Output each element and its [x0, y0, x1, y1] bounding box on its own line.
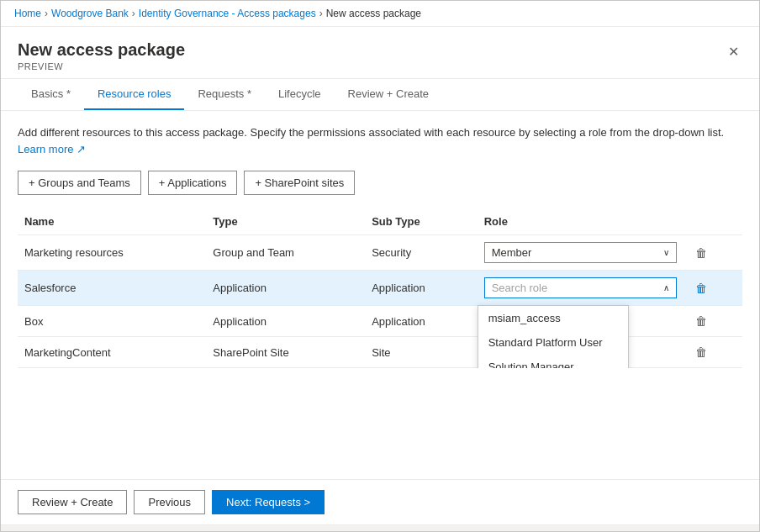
member-role-select[interactable]: Member ∨	[484, 242, 677, 263]
review-create-button[interactable]: Review + Create	[18, 490, 127, 514]
row-name: Salesforce	[18, 271, 206, 306]
main-window: Home › Woodgrove Bank › Identity Governa…	[0, 0, 760, 532]
close-button[interactable]: ✕	[725, 40, 742, 63]
row-subtype: Application	[365, 306, 478, 337]
row-type: Application	[206, 306, 365, 337]
search-role-input[interactable]: Search role ∧	[484, 277, 677, 298]
table-row: Marketing resources Group and Team Secur…	[18, 235, 742, 271]
breadcrumb-home[interactable]: Home	[14, 8, 41, 19]
description-text: Add different resources to this access p…	[18, 124, 742, 157]
delete-row-button[interactable]: 🗑	[690, 313, 712, 329]
breadcrumb-sep-1: ›	[45, 8, 48, 19]
row-type: Group and Team	[206, 235, 365, 271]
resource-roles-table: Name Type Sub Type Role Marketing resour…	[18, 208, 742, 368]
row-subtype: Site	[365, 337, 478, 368]
chevron-down-icon: ∨	[663, 248, 669, 257]
row-role: Search role ∧ msiam_access Standard Plat…	[478, 271, 683, 306]
row-delete: 🗑	[683, 235, 742, 271]
external-link-icon: ↗	[77, 143, 86, 155]
table-container: Name Type Sub Type Role Marketing resour…	[18, 208, 742, 368]
previous-button[interactable]: Previous	[134, 490, 205, 514]
action-buttons: + Groups and Teams + Applications + Shar…	[18, 171, 742, 195]
tab-lifecycle[interactable]: Lifecycle	[265, 79, 335, 110]
breadcrumb: Home › Woodgrove Bank › Identity Governa…	[1, 1, 759, 27]
row-name: Marketing resources	[18, 235, 206, 271]
delete-row-button[interactable]: 🗑	[690, 280, 712, 297]
learn-more-link[interactable]: Learn more ↗	[18, 143, 86, 155]
add-groups-teams-button[interactable]: + Groups and Teams	[18, 171, 141, 195]
horizontal-scrollbar[interactable]	[1, 524, 759, 531]
panel-header: New access package PREVIEW ✕	[1, 27, 759, 79]
content-area: Add different resources to this access p…	[1, 111, 759, 479]
col-name: Name	[18, 208, 206, 235]
delete-row-button[interactable]: 🗑	[690, 245, 712, 261]
breadcrumb-identity-gov[interactable]: Identity Governance - Access packages	[139, 8, 316, 19]
dropdown-item[interactable]: Standard Platform User	[478, 330, 628, 355]
col-actions	[683, 208, 742, 235]
row-subtype: Application	[365, 271, 478, 306]
tab-basics[interactable]: Basics *	[18, 79, 84, 110]
row-name: Box	[18, 306, 206, 337]
tab-resource-roles[interactable]: Resource roles	[84, 79, 184, 110]
col-type: Type	[206, 208, 365, 235]
breadcrumb-sep-3: ›	[319, 8, 323, 19]
row-type: SharePoint Site	[206, 337, 365, 368]
panel-subtitle: PREVIEW	[18, 61, 185, 71]
col-role: Role	[478, 208, 683, 235]
panel-title-group: New access package PREVIEW	[18, 40, 185, 71]
add-sharepoint-sites-button[interactable]: + SharePoint sites	[244, 171, 355, 195]
panel-title: New access package	[18, 40, 185, 60]
row-role: Member ∨	[478, 235, 683, 271]
row-type: Application	[206, 271, 365, 306]
delete-row-button[interactable]: 🗑	[690, 344, 712, 361]
breadcrumb-current: New access package	[326, 8, 421, 19]
row-delete: 🗑	[683, 337, 742, 368]
table-row: MarketingContent SharePoint Site Site 🗑	[18, 337, 742, 368]
table-header-row: Name Type Sub Type Role	[18, 208, 742, 235]
role-dropdown-menu: msiam_access Standard Platform User Solu…	[478, 305, 629, 368]
breadcrumb-sep-2: ›	[132, 8, 135, 19]
tab-review-create[interactable]: Review + Create	[335, 79, 442, 110]
row-delete: 🗑	[683, 271, 742, 306]
chevron-up-icon: ∧	[663, 283, 669, 292]
row-name: MarketingContent	[18, 337, 206, 368]
add-applications-button[interactable]: + Applications	[148, 171, 238, 195]
tab-requests[interactable]: Requests *	[184, 79, 265, 110]
footer: Review + Create Previous Next: Requests …	[1, 479, 759, 524]
dropdown-item[interactable]: Solution Manager	[478, 355, 628, 368]
col-subtype: Sub Type	[365, 208, 478, 235]
table-row: Salesforce Application Application Searc…	[18, 271, 742, 306]
tab-bar: Basics * Resource roles Requests * Lifec…	[1, 79, 759, 111]
row-subtype: Security	[365, 235, 478, 271]
table-row: Box Application Application 🗑	[18, 306, 742, 337]
breadcrumb-woodgrove[interactable]: Woodgrove Bank	[51, 8, 129, 19]
next-button[interactable]: Next: Requests >	[212, 490, 325, 514]
row-delete: 🗑	[683, 306, 742, 337]
dropdown-item[interactable]: msiam_access	[478, 306, 628, 330]
